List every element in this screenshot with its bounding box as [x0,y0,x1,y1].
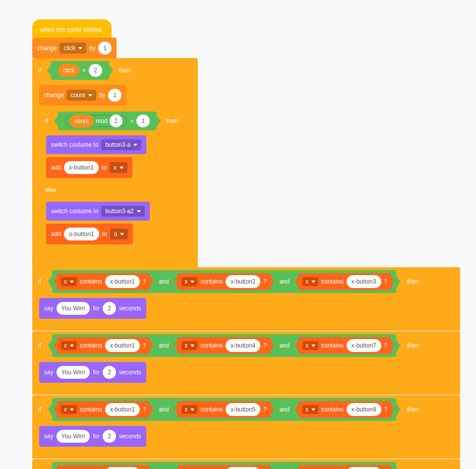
op-and-chain[interactable]: x containsx-button1?andx containsx-butto… [52,270,396,293]
text-input[interactable]: x-button2 [226,275,260,288]
if-click-lt-2[interactable]: if click < 2 then change count by 1 [32,58,198,268]
op-equals[interactable]: count mod 2 = 1 [58,112,157,130]
switch-costume-a2[interactable]: switch costume to button3-a2 [46,202,150,221]
text-input[interactable]: x-button1 [105,403,140,416]
caret-icon [88,94,92,97]
value-input[interactable]: 1 [108,89,121,102]
caret-icon [78,47,82,50]
kw-then: then [407,342,418,349]
list-dropdown-x[interactable]: x [181,341,197,350]
value-input[interactable]: 2 [110,115,123,127]
text-input[interactable]: x-button1 [64,161,99,174]
op-and-chain[interactable]: x containsx-button1?andx containsx-butto… [52,334,396,357]
else-body: switch costume to button3-a2 add o-butto… [39,200,198,246]
kw-if: if [38,406,41,413]
list-contains[interactable]: x containsx-button5? [178,465,270,469]
text-input[interactable]: x-button4 [226,339,260,352]
kw-then: then [407,278,418,285]
if-mod-body: switch costume to button3-a add x-button… [39,133,198,180]
list-contains[interactable]: x containsx-button4? [178,337,270,354]
say-block[interactable]: sayYou Win!for2seconds [39,362,146,383]
text-input[interactable]: x-button3 [347,275,381,288]
text-input[interactable]: x-button5 [226,403,260,416]
list-dropdown-x[interactable]: x [61,405,77,414]
if-count-mod[interactable]: if count mod 2 = 1 then [39,109,198,256]
kw-change: change [37,45,57,52]
list-dropdown-x[interactable]: x [110,162,127,173]
text-input[interactable]: x-button1 [105,275,140,288]
caret-icon [120,233,124,235]
op-symbol: < [82,67,86,74]
if-mod-header: if count mod 2 = 1 then [39,109,198,133]
list-contains[interactable]: x containsx-button7? [298,337,391,354]
text-input[interactable]: x-button7 [347,339,381,352]
list-contains[interactable]: x containsx-button1? [57,401,150,418]
if-contains-row[interactable]: ifx containsx-button1?andx containsx-but… [32,267,460,331]
text-input[interactable]: You Win! [57,430,90,443]
kw-if: if [38,67,41,74]
say-block[interactable]: sayYou Win!for2seconds [39,426,146,447]
change-count-block[interactable]: change count by 1 [39,85,126,106]
kw-and: and [280,342,290,349]
caret-icon [133,144,137,146]
kw-and: and [280,406,290,413]
text-input[interactable]: You Win! [57,302,90,315]
value-input[interactable]: 1 [136,115,150,127]
kw-and: and [280,278,290,285]
var-dropdown-count[interactable]: count [66,90,96,101]
text-input[interactable]: x-button1 [105,339,140,352]
list-dropdown-x[interactable]: x [302,341,318,350]
var-dropdown-click[interactable]: click [60,43,86,54]
list-dropdown-x[interactable]: x [61,277,77,286]
list-dropdown-x[interactable]: x [302,277,318,286]
list-contains[interactable]: x containsx-button5? [178,401,270,418]
if-header: if click < 2 then [32,58,198,83]
text-input[interactable]: x-button7 [347,467,381,469]
list-dropdown-x[interactable]: x [61,341,77,350]
reporter-click[interactable]: click [58,64,79,77]
list-contains[interactable]: x containsx-button3? [298,273,391,290]
list-dropdown-x[interactable]: x [302,405,318,414]
list-contains[interactable]: x containsx-button1? [57,273,150,290]
list-contains[interactable]: x containsx-button1? [57,337,150,354]
list-dropdown-o[interactable]: o [110,229,128,239]
add-o-button1[interactable]: add o-button1 to o [46,224,133,244]
list-contains[interactable]: x containsx-button9? [298,401,391,418]
list-contains[interactable]: x containsx-button3? [57,465,150,469]
if-body: sayYou Win!for2seconds [32,424,460,449]
text-input[interactable]: x-button5 [226,467,260,469]
kw-if: if [38,278,41,285]
list-contains[interactable]: x containsx-button2? [178,273,270,290]
value-input[interactable]: 2 [103,430,116,443]
if-contains-row[interactable]: ifx containsx-button1?andx containsx-but… [32,331,460,395]
value-input[interactable]: 2 [89,64,102,77]
op-less-than[interactable]: click < 2 [51,61,109,80]
add-x-button1[interactable]: add x-button1 to x [46,157,132,178]
kw-and: and [159,342,169,349]
value-input[interactable]: 2 [103,302,116,315]
op-mod[interactable]: count mod 2 [65,115,127,127]
value-input[interactable]: 2 [103,366,116,379]
text-input[interactable]: o-button1 [64,228,99,240]
list-dropdown-x[interactable]: x [181,405,197,414]
if-contains-row[interactable]: ifx containsx-button1?andx containsx-but… [32,395,460,459]
else-row: else [39,180,188,200]
list-contains[interactable]: x containsx-button7? [298,465,391,469]
script-stack[interactable]: when this sprite clicked change click by… [32,20,461,469]
text-input[interactable]: You Win! [57,366,90,379]
text-input[interactable]: x-button3 [105,467,140,469]
hat-when-sprite-clicked[interactable]: when this sprite clicked [32,19,112,38]
reporter-count[interactable]: count [69,115,94,127]
if-header: ifx containsx-button1?andx containsx-but… [32,267,460,296]
text-input[interactable]: x-button9 [347,403,381,416]
costume-dropdown[interactable]: button3-a2 [101,206,144,217]
change-click-block[interactable]: change click by 1 [32,38,117,59]
value-input[interactable]: 1 [98,42,112,55]
op-and-chain[interactable]: x containsx-button1?andx containsx-butto… [52,398,396,421]
switch-costume-a[interactable]: switch costume to button3-a [46,135,146,154]
if-contains-row[interactable]: ifx containsx-button3?andx containsx-but… [32,459,460,469]
list-dropdown-x[interactable]: x [181,277,197,286]
costume-dropdown[interactable]: button3-a [101,139,141,150]
say-block[interactable]: sayYou Win!for2seconds [39,298,146,319]
op-and-chain[interactable]: x containsx-button3?andx containsx-butto… [52,462,396,469]
